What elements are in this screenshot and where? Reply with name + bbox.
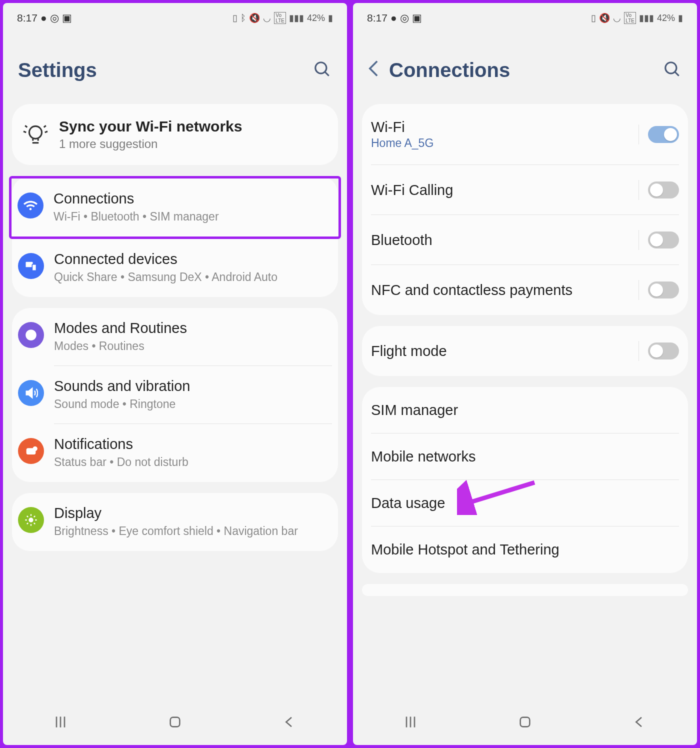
back-button[interactable] (368, 60, 379, 81)
row-title: Mobile Hotspot and Tethering (371, 542, 679, 558)
row-title: Wi-Fi (371, 119, 630, 136)
svg-line-5 (44, 126, 46, 127)
svg-line-19 (34, 523, 35, 524)
row-subtitle: Home A_5G (371, 136, 630, 150)
svg-line-18 (27, 516, 28, 517)
row-bluetooth[interactable]: Bluetooth (362, 215, 688, 265)
item-subtitle: Status bar • Do not disturb (54, 454, 332, 470)
back-button[interactable] (632, 714, 648, 732)
item-title: Connected devices (54, 251, 332, 268)
divider (638, 124, 639, 144)
nfc-toggle[interactable] (648, 282, 679, 298)
item-title: Modes and Routines (54, 320, 332, 336)
sync-title: Sync your Wi-Fi networks (59, 118, 242, 135)
divider (638, 280, 639, 300)
settings-item-sounds-vibration[interactable]: Sounds and vibration Sound mode • Ringto… (12, 366, 338, 424)
phone-left-settings: 8:17 ● ◎ ▣ ▯ ᛒ 🔇 ◡ VoLTE ▮▮▮ 42% ▮ Setti… (3, 3, 347, 745)
recents-button[interactable] (52, 714, 68, 732)
row-title: Wi-Fi Calling (371, 182, 630, 198)
battery-saver-icon: ▯ (591, 12, 596, 24)
home-button[interactable] (517, 714, 533, 732)
row-title: SIM manager (371, 402, 679, 418)
connections-group-1: Wi-Fi Home A_5G Wi-Fi Calling Bluetooth … (362, 104, 688, 315)
svg-line-27 (675, 72, 679, 76)
home-button[interactable] (167, 714, 183, 732)
wifi-calling-toggle[interactable] (648, 182, 679, 198)
settings-header: Settings (3, 29, 347, 104)
settings-item-connections[interactable]: Connections Wi-Fi • Bluetooth • SIM mana… (12, 178, 338, 236)
svg-line-21 (34, 516, 35, 517)
wifi-toggle[interactable] (648, 126, 679, 143)
svg-point-26 (666, 62, 676, 73)
bluetooth-toggle[interactable] (648, 232, 679, 248)
item-title: Display (54, 505, 332, 522)
android-navbar (353, 703, 697, 745)
svg-line-1 (325, 72, 329, 76)
row-mobile-networks[interactable]: Mobile networks (362, 434, 688, 480)
connections-header: Connections (353, 29, 697, 104)
page-title: Settings (18, 59, 97, 82)
battery-icon: ▮ (328, 12, 333, 24)
svg-line-4 (45, 132, 48, 132)
status-time: 8:17 (367, 12, 388, 24)
svg-rect-8 (26, 262, 33, 268)
devices-icon (18, 253, 44, 279)
connections-content: Wi-Fi Home A_5G Wi-Fi Calling Bluetooth … (353, 104, 697, 703)
phone-right-connections: 8:17 ● ◎ ▣ ▯ 🔇 ◡ VoLTE ▮▮▮ 42% ▮ Connect… (353, 3, 697, 745)
divider (638, 341, 639, 361)
svg-rect-9 (32, 264, 36, 271)
recents-button[interactable] (402, 714, 418, 732)
settings-group-3: Display Brightness • Eye comfort shield … (12, 493, 338, 551)
image-icon: ▣ (62, 12, 72, 24)
row-title: Flight mode (371, 343, 630, 360)
row-wifi-calling[interactable]: Wi-Fi Calling (362, 165, 688, 215)
page-title: Connections (389, 59, 510, 82)
svg-rect-33 (520, 718, 530, 727)
row-title: Data usage (371, 495, 679, 512)
volte-icon: VoLTE (274, 12, 286, 24)
row-wifi[interactable]: Wi-Fi Home A_5G (362, 104, 688, 165)
search-button[interactable] (663, 60, 682, 81)
settings-group-1: Connections Wi-Fi • Bluetooth • SIM mana… (12, 176, 338, 297)
status-time: 8:17 (17, 12, 38, 24)
settings-group-2: Modes and Routines Modes • Routines Soun… (12, 308, 338, 482)
battery-icon: ▮ (678, 12, 683, 24)
chat-icon: ● (390, 12, 397, 24)
wifi-icon (18, 192, 44, 218)
item-title: Connections (54, 190, 332, 207)
row-nfc[interactable]: NFC and contactless payments (362, 265, 688, 315)
status-bar: 8:17 ● ◎ ▣ ▯ 🔇 ◡ VoLTE ▮▮▮ 42% ▮ (353, 3, 697, 29)
item-subtitle: Wi-Fi • Bluetooth • SIM manager (54, 209, 332, 224)
signal-icon: ▮▮▮ (639, 12, 654, 24)
settings-item-display[interactable]: Display Brightness • Eye comfort shield … (12, 493, 338, 551)
chat-icon: ● (40, 12, 47, 24)
svg-point-13 (28, 518, 33, 522)
svg-line-2 (24, 132, 26, 132)
row-flight-mode[interactable]: Flight mode (362, 326, 688, 376)
row-mobile-hotspot[interactable]: Mobile Hotspot and Tethering (362, 526, 688, 573)
item-title: Sounds and vibration (54, 378, 332, 394)
item-subtitle: Modes • Routines (54, 338, 332, 354)
wifi-icon: ◡ (263, 12, 271, 24)
battery-percent: 42% (657, 13, 675, 24)
row-data-usage[interactable]: Data usage (362, 480, 688, 526)
row-title: NFC and contactless payments (371, 282, 630, 298)
search-button[interactable] (313, 60, 332, 81)
connections-group-4-peek (362, 584, 688, 596)
svg-point-0 (316, 62, 326, 73)
row-title: Bluetooth (371, 232, 630, 248)
instagram-icon: ◎ (50, 12, 59, 24)
row-sim-manager[interactable]: SIM manager (362, 387, 688, 434)
settings-item-connected-devices[interactable]: Connected devices Quick Share • Samsung … (12, 239, 338, 297)
item-subtitle: Sound mode • Ringtone (54, 396, 332, 412)
sync-subtitle: 1 more suggestion (59, 137, 242, 151)
settings-item-modes-routines[interactable]: Modes and Routines Modes • Routines (12, 308, 338, 366)
svg-point-12 (33, 446, 38, 451)
battery-saver-icon: ▯ (232, 12, 238, 24)
sync-suggestion-card[interactable]: Sync your Wi-Fi networks 1 more suggesti… (12, 104, 338, 165)
item-title: Notifications (54, 436, 332, 452)
display-icon (18, 507, 44, 533)
back-button[interactable] (282, 714, 298, 732)
settings-item-notifications[interactable]: Notifications Status bar • Do not distur… (12, 424, 338, 482)
flight-mode-toggle[interactable] (648, 342, 679, 360)
